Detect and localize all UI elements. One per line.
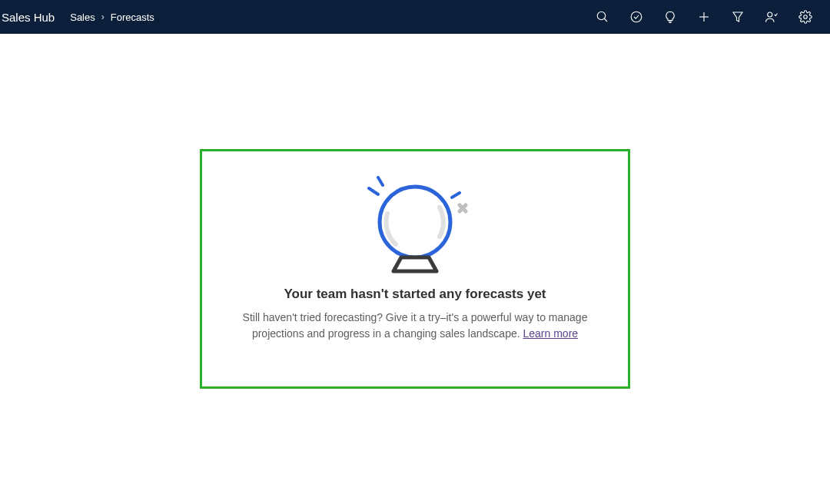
gear-icon <box>798 10 812 24</box>
lightbulb-icon <box>663 10 677 24</box>
lightbulb-button[interactable] <box>653 0 687 34</box>
task-icon <box>629 10 643 24</box>
main-content: Your team hasn't started any forecasts y… <box>0 34 830 389</box>
app-header: Sales Hub Sales › Forecasts <box>0 0 830 34</box>
svg-point-9 <box>380 187 450 257</box>
assistant-button[interactable] <box>755 0 788 34</box>
empty-state-text: Still haven't tried forecasting? Give it… <box>238 310 592 342</box>
svg-point-2 <box>631 12 642 22</box>
svg-point-0 <box>597 12 606 20</box>
app-name: Sales Hub <box>0 11 64 24</box>
filter-icon <box>731 10 745 24</box>
breadcrumb-current: Forecasts <box>111 12 154 23</box>
settings-button[interactable] <box>788 0 822 34</box>
assistant-icon <box>765 10 779 24</box>
empty-state-card: Your team hasn't started any forecasts y… <box>200 149 630 389</box>
breadcrumb: Sales › Forecasts <box>70 12 154 23</box>
svg-point-5 <box>768 12 772 17</box>
breadcrumb-parent[interactable]: Sales <box>70 12 95 23</box>
search-button[interactable] <box>586 0 619 34</box>
chevron-right-icon: › <box>101 12 105 22</box>
svg-point-6 <box>804 15 808 19</box>
search-icon <box>596 10 609 24</box>
empty-state-title: Your team hasn't started any forecasts y… <box>284 287 546 302</box>
filter-button[interactable] <box>721 0 755 34</box>
crystal-ball-illustration <box>354 171 476 279</box>
add-button[interactable] <box>687 0 721 34</box>
svg-line-1 <box>604 18 607 22</box>
learn-more-link[interactable]: Learn more <box>523 327 578 340</box>
task-button[interactable] <box>619 0 653 34</box>
plus-icon <box>697 10 711 24</box>
